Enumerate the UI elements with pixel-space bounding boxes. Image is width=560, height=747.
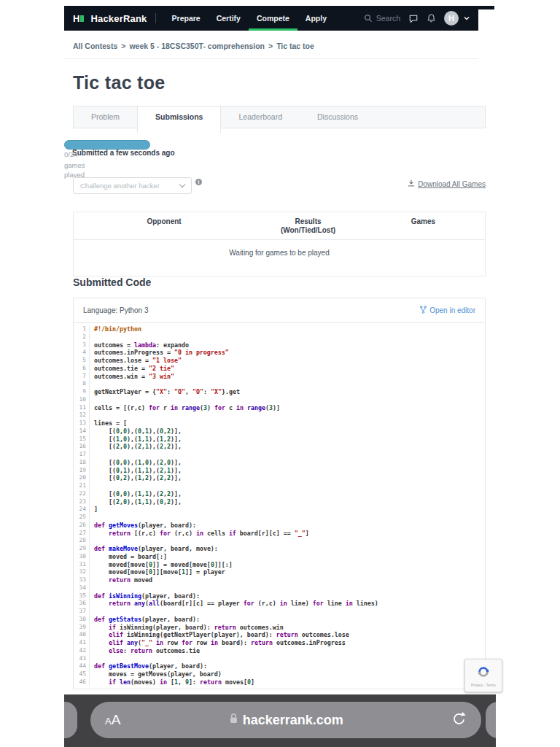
line-number: 18 xyxy=(74,459,90,467)
code-line: 40 elif isWinning(getNextPlayer(player),… xyxy=(74,631,485,639)
code-line: 23 [(2,0),(1,1),(0,2)], xyxy=(74,498,485,506)
bell-icon[interactable] xyxy=(427,13,436,23)
code-line: 25 xyxy=(74,514,485,522)
breadcrumb[interactable]: All Contests>week 5 - 18CSC350T- compreh… xyxy=(73,42,314,50)
nav-link-apply[interactable]: Apply xyxy=(298,6,335,31)
code-text: ] xyxy=(94,506,98,514)
code-line: 45 moves = getMoves(player, board) xyxy=(74,670,485,678)
code-line: 26def getMoves(player, board): xyxy=(74,522,485,530)
challenge-hacker-select[interactable]: Challenge another hacker xyxy=(73,177,192,194)
code-line: 35def isWinning(player, board): xyxy=(74,592,485,600)
line-number: 1 xyxy=(74,325,90,333)
code-line: 46 if len(moves) in [1, 9]: return moves… xyxy=(74,678,485,686)
tab-bar: ProblemSubmissionsLeaderboardDiscussions xyxy=(73,106,486,128)
line-number: 28 xyxy=(74,537,90,545)
line-number: 24 xyxy=(74,506,90,514)
download-icon xyxy=(408,179,415,188)
line-number: 6 xyxy=(74,365,90,373)
code-line: 13lines = [ xyxy=(74,419,485,427)
breadcrumb-separator: > xyxy=(121,42,125,50)
code-line: 11cells = [(r,c) for r in range(3) for c… xyxy=(74,404,485,412)
recaptcha-badge[interactable]: Privacy - Terms xyxy=(464,659,502,692)
tab-submissions[interactable]: Submissions xyxy=(137,107,221,133)
open-in-editor-link[interactable]: Open in editor xyxy=(420,306,475,315)
code-text: return moved xyxy=(94,576,152,584)
breadcrumb-item[interactable]: All Contests xyxy=(73,42,117,50)
code-line: 42 else: return outcomes.tie xyxy=(74,647,485,655)
tab-problem[interactable]: Problem xyxy=(74,107,137,128)
download-all-games-link[interactable]: Download All Games xyxy=(408,179,486,188)
logo-letter: H xyxy=(73,13,79,24)
next-tab-stub[interactable] xyxy=(486,702,496,738)
code-text: elif isWinning(getNextPlayer(player), bo… xyxy=(94,631,349,639)
code-line: 24] xyxy=(74,506,485,514)
breadcrumb-item[interactable]: Tic tac toe xyxy=(276,42,314,50)
table-header-row: Opponent Results (Won/Tied/Lost) Games xyxy=(74,212,485,240)
code-text: else: return outcomes.tie xyxy=(94,647,200,655)
code-text: if len(moves) in [1, 9]: return moves[0] xyxy=(94,678,254,686)
open-in-editor-label: Open in editor xyxy=(429,306,475,314)
line-number: 40 xyxy=(74,631,90,639)
code-line: 21 xyxy=(74,482,485,490)
code-line: 18 [(0,0),(1,0),(2,0)], xyxy=(74,459,485,467)
code-text: def makeMove(player, board, move): xyxy=(94,545,218,553)
recaptcha-privacy-terms: Privacy - Terms xyxy=(471,684,496,687)
url-display[interactable]: hackerrank.com xyxy=(229,713,343,728)
code-line: 33 return moved xyxy=(74,576,485,584)
line-number: 43 xyxy=(74,655,90,663)
code-text: [(1,0),(1,1),(1,2)], xyxy=(94,436,182,444)
col-results-line2: (Won/Tied/Lost) xyxy=(254,226,362,235)
col-results: Results (Won/Tied/Lost) xyxy=(254,217,362,235)
hackerrank-logo[interactable]: H HackerRank xyxy=(73,13,147,24)
logo-green-square xyxy=(80,15,84,22)
code-text: def getBestMove(player, board): xyxy=(94,662,207,670)
line-number: 7 xyxy=(74,373,90,381)
code-text: if isWinning(player, board): return outc… xyxy=(94,624,284,632)
col-opponent: Opponent xyxy=(74,217,254,235)
address-bar[interactable]: AA hackerrank.com xyxy=(90,702,481,738)
search-input[interactable]: Search xyxy=(364,14,400,23)
top-navbar: H HackerRank PrepareCertifyCompeteApply … xyxy=(64,6,478,31)
code-line: 43 xyxy=(74,655,485,663)
line-number: 14 xyxy=(74,427,90,436)
previous-tab-stub[interactable] xyxy=(64,702,77,738)
search-icon xyxy=(364,14,373,23)
info-icon[interactable]: i xyxy=(195,179,202,185)
download-label: Download All Games xyxy=(418,180,486,188)
chat-icon[interactable] xyxy=(408,14,419,23)
code-text: moves = getMoves(player, board) xyxy=(94,670,222,678)
code-line: 1#!/bin/python xyxy=(74,325,485,333)
nav-link-prepare[interactable]: Prepare xyxy=(164,6,209,31)
page-title: Tic tac toe xyxy=(73,72,166,93)
table-empty-message: Waiting for games to be played xyxy=(74,240,485,276)
code-line: 10 xyxy=(74,396,485,404)
line-number: 29 xyxy=(74,545,90,553)
line-number: 3 xyxy=(74,341,90,349)
code-line: 32 moved[move[0]][move[1]] = player xyxy=(74,568,485,576)
challenge-placeholder: Challenge another hacker xyxy=(80,182,160,190)
code-line: 27 return [(r,c) for (r,c) in cells if b… xyxy=(74,530,485,538)
nav-link-compete[interactable]: Compete xyxy=(249,6,298,31)
line-number: 5 xyxy=(74,357,90,365)
code-line: 5outcomes.lose = "1 lose" xyxy=(74,357,485,365)
code-line: 34 xyxy=(74,584,485,592)
code-text: outcomes.lose = "1 lose" xyxy=(94,357,182,365)
breadcrumb-item[interactable]: week 5 - 18CSC350T- comprehension xyxy=(129,42,265,50)
tab-leaderboard[interactable]: Leaderboard xyxy=(221,107,300,128)
code-line: 14 [(0,0),(0,1),(0,2)], xyxy=(74,427,485,436)
avatar[interactable]: H xyxy=(444,11,459,26)
tab-discussions[interactable]: Discussions xyxy=(300,107,376,128)
line-number: 15 xyxy=(74,436,90,444)
text-size-button[interactable]: AA xyxy=(105,712,120,728)
code-line: 12 xyxy=(74,411,485,419)
reload-button[interactable] xyxy=(451,711,467,730)
line-number: 37 xyxy=(74,608,90,616)
code-line: 4outcomes.inProgress = "0 in progress" xyxy=(74,349,485,357)
line-number: 16 xyxy=(74,443,90,451)
url-text: hackerrank.com xyxy=(243,713,343,728)
line-number: 20 xyxy=(74,474,90,482)
chevron-down-icon[interactable] xyxy=(464,16,470,20)
nav-link-certify[interactable]: Certify xyxy=(209,6,249,31)
line-number: 44 xyxy=(74,662,90,670)
code-text: elif any("_" in row for row in board): r… xyxy=(94,639,346,647)
